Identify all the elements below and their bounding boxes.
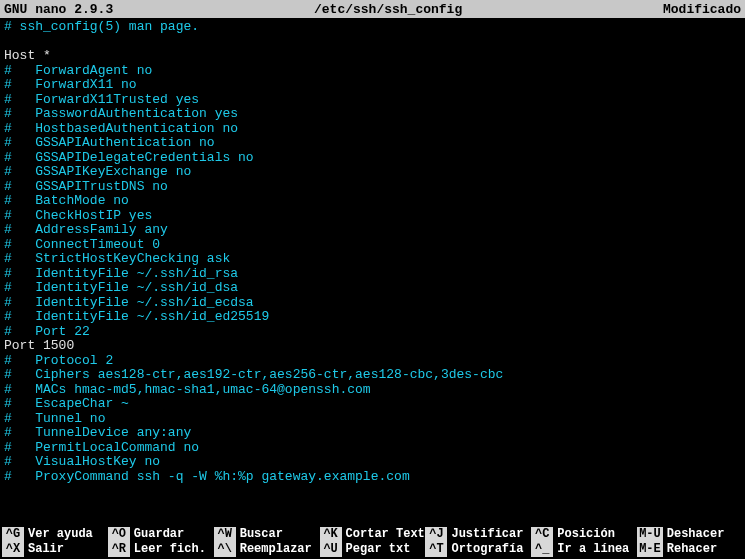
line-text: BatchMode no bbox=[35, 193, 129, 208]
comment-marker: # bbox=[4, 353, 35, 368]
editor-line: # Ciphers aes128-ctr,aes192-ctr,aes256-c… bbox=[4, 368, 741, 383]
editor-line: # Protocol 2 bbox=[4, 354, 741, 369]
shortcut-item[interactable]: ^GVer ayuda bbox=[2, 527, 108, 542]
editor-line: Port 1500 bbox=[4, 339, 741, 354]
editor-line: # ForwardX11 no bbox=[4, 78, 741, 93]
editor-line: # StrictHostKeyChecking ask bbox=[4, 252, 741, 267]
comment-marker: # bbox=[4, 251, 35, 266]
comment-marker: # bbox=[4, 63, 35, 78]
shortcut-item[interactable]: ^RLeer fich. bbox=[108, 542, 214, 557]
editor-line: # IdentityFile ~/.ssh/id_ed25519 bbox=[4, 310, 741, 325]
editor-line: # EscapeChar ~ bbox=[4, 397, 741, 412]
shortcut-item[interactable]: ^WBuscar bbox=[214, 527, 320, 542]
line-text: Ciphers aes128-ctr,aes192-ctr,aes256-ctr… bbox=[35, 367, 503, 382]
shortcut-item[interactable]: ^CPosición bbox=[531, 527, 637, 542]
editor-line: # ForwardAgent no bbox=[4, 64, 741, 79]
line-text: Port 22 bbox=[35, 324, 90, 339]
editor-line: # ForwardX11Trusted yes bbox=[4, 93, 741, 108]
shortcut-item[interactable]: ^UPegar txt bbox=[320, 542, 426, 557]
shortcut-label: Reemplazar bbox=[240, 542, 312, 557]
comment-marker: # bbox=[4, 411, 35, 426]
shortcut-item[interactable]: M-UDeshacer bbox=[637, 527, 743, 542]
editor-line: # GSSAPIAuthentication no bbox=[4, 136, 741, 151]
editor-line: # IdentityFile ~/.ssh/id_dsa bbox=[4, 281, 741, 296]
comment-marker: # bbox=[4, 92, 35, 107]
file-path: /etc/ssh/ssh_config bbox=[113, 2, 663, 17]
shortcut-item[interactable]: ^OGuardar bbox=[108, 527, 214, 542]
line-text: GSSAPIDelegateCredentials no bbox=[35, 150, 253, 165]
line-text: GSSAPIKeyExchange no bbox=[35, 164, 191, 179]
comment-marker: # bbox=[4, 121, 35, 136]
editor-line: # PasswordAuthentication yes bbox=[4, 107, 741, 122]
shortcut-item[interactable]: ^XSalir bbox=[2, 542, 108, 557]
shortcut-item[interactable]: ^\Reemplazar bbox=[214, 542, 320, 557]
shortcut-key: ^R bbox=[108, 542, 130, 557]
editor-line bbox=[4, 35, 741, 50]
editor-line: # ProxyCommand ssh -q -W %h:%p gateway.e… bbox=[4, 470, 741, 485]
shortcut-key: M-U bbox=[637, 527, 663, 542]
editor-line: # PermitLocalCommand no bbox=[4, 441, 741, 456]
shortcut-item[interactable]: ^TOrtografía bbox=[425, 542, 531, 557]
comment-marker: # bbox=[4, 193, 35, 208]
comment-marker: # bbox=[4, 135, 35, 150]
shortcut-label: Buscar bbox=[240, 527, 283, 542]
shortcut-item[interactable]: ^JJustificar bbox=[425, 527, 531, 542]
line-text: MACs hmac-md5,hmac-sha1,umac-64@openssh.… bbox=[35, 382, 370, 397]
shortcut-key: ^K bbox=[320, 527, 342, 542]
shortcut-key: ^U bbox=[320, 542, 342, 557]
editor-area[interactable]: # ssh_config(5) man page.Host *# Forward… bbox=[0, 18, 745, 484]
shortcut-key: M-E bbox=[637, 542, 663, 557]
line-text: ForwardAgent no bbox=[35, 63, 152, 78]
line-text: ProxyCommand ssh -q -W %h:%p gateway.exa… bbox=[35, 469, 409, 484]
shortcut-row-2: ^XSalir^RLeer fich.^\Reemplazar^UPegar t… bbox=[2, 542, 743, 557]
shortcut-label: Ortografía bbox=[451, 542, 523, 557]
editor-line: # IdentityFile ~/.ssh/id_ecdsa bbox=[4, 296, 741, 311]
line-text: Host * bbox=[4, 48, 51, 63]
comment-marker: # bbox=[4, 106, 35, 121]
shortcut-item[interactable]: M-ERehacer bbox=[637, 542, 743, 557]
shortcut-label: Salir bbox=[28, 542, 64, 557]
line-text: PasswordAuthentication yes bbox=[35, 106, 238, 121]
editor-line: # MACs hmac-md5,hmac-sha1,umac-64@openss… bbox=[4, 383, 741, 398]
line-text: ForwardX11Trusted yes bbox=[35, 92, 199, 107]
comment-marker: # bbox=[4, 367, 35, 382]
comment-marker: # bbox=[4, 396, 35, 411]
comment-marker: # bbox=[4, 280, 35, 295]
shortcut-item[interactable]: ^KCortar Text bbox=[320, 527, 426, 542]
comment-marker: # bbox=[4, 469, 35, 484]
editor-line: # GSSAPIDelegateCredentials no bbox=[4, 151, 741, 166]
editor-line: # GSSAPITrustDNS no bbox=[4, 180, 741, 195]
editor-line: # CheckHostIP yes bbox=[4, 209, 741, 224]
comment-marker: # bbox=[4, 19, 20, 34]
shortcut-label: Leer fich. bbox=[134, 542, 206, 557]
shortcut-label: Rehacer bbox=[667, 542, 717, 557]
line-text: GSSAPIAuthentication no bbox=[35, 135, 214, 150]
shortcut-key: ^X bbox=[2, 542, 24, 557]
shortcut-label: Justificar bbox=[451, 527, 523, 542]
shortcut-key: ^C bbox=[531, 527, 553, 542]
shortcut-bar: ^GVer ayuda^OGuardar^WBuscar^KCortar Tex… bbox=[0, 527, 745, 559]
comment-marker: # bbox=[4, 440, 35, 455]
line-text: Tunnel no bbox=[35, 411, 105, 426]
editor-line: Host * bbox=[4, 49, 741, 64]
comment-marker: # bbox=[4, 164, 35, 179]
comment-marker: # bbox=[4, 309, 35, 324]
title-bar: GNU nano 2.9.3 /etc/ssh/ssh_config Modif… bbox=[0, 0, 745, 18]
line-text: Protocol 2 bbox=[35, 353, 113, 368]
comment-marker: # bbox=[4, 237, 35, 252]
line-text: ssh_config(5) man page. bbox=[20, 19, 199, 34]
shortcut-label: Guardar bbox=[134, 527, 184, 542]
editor-line: # AddressFamily any bbox=[4, 223, 741, 238]
shortcut-row-1: ^GVer ayuda^OGuardar^WBuscar^KCortar Tex… bbox=[2, 527, 743, 542]
line-text: EscapeChar ~ bbox=[35, 396, 129, 411]
line-text: IdentityFile ~/.ssh/id_ecdsa bbox=[35, 295, 253, 310]
line-text: Port 1500 bbox=[4, 338, 74, 353]
editor-line: # ssh_config(5) man page. bbox=[4, 20, 741, 35]
line-text: PermitLocalCommand no bbox=[35, 440, 199, 455]
comment-marker: # bbox=[4, 454, 35, 469]
comment-marker: # bbox=[4, 222, 35, 237]
shortcut-item[interactable]: ^_Ir a línea bbox=[531, 542, 637, 557]
file-status: Modificado bbox=[663, 2, 741, 17]
editor-line: # ConnectTimeout 0 bbox=[4, 238, 741, 253]
comment-marker: # bbox=[4, 382, 35, 397]
